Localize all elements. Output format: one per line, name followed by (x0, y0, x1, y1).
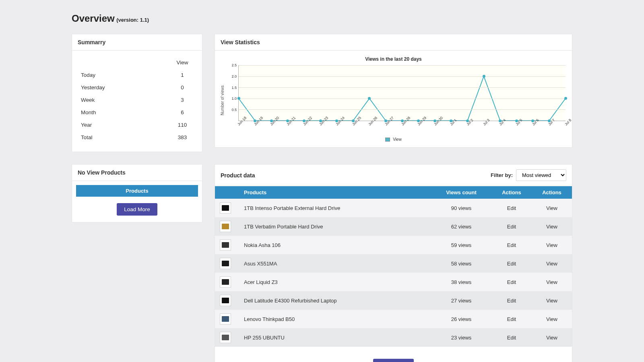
summary-row: Year110 (78, 119, 196, 131)
product-row: 1TB Verbatim Portable Hard Drive62 views… (215, 217, 572, 236)
product-name-link[interactable]: 1TB Verbatim Portable Hard Drive (244, 224, 323, 230)
summary-row-label: Yesterday (78, 81, 168, 94)
chart-ylabel: Number of views (220, 85, 225, 115)
chart-title: Views in the last 20 days (218, 56, 569, 62)
product-data-load-more-button[interactable]: Load More (373, 359, 414, 362)
summary-title: Summarry (72, 34, 202, 51)
product-name-link[interactable]: Dell Latitude E4300 Refurbished Laptop (244, 298, 337, 304)
summary-row: Week3 (78, 94, 196, 106)
product-row: 1TB Intenso Portable External Hard Drive… (215, 199, 572, 217)
summary-row: Month6 (78, 106, 196, 119)
product-data-table: Products Views count Actions Actions 1TB… (215, 186, 572, 347)
product-view-link[interactable]: View (546, 316, 557, 322)
product-view-link[interactable]: View (546, 261, 557, 267)
summary-row-value: 3 (168, 94, 196, 106)
product-name-link[interactable]: Nokia Asha 106 (244, 242, 281, 248)
product-thumb (220, 239, 231, 251)
product-views: 38 views (431, 273, 491, 291)
summary-row: Today1 (78, 69, 196, 81)
page-version: (version: 1.1) (116, 17, 149, 23)
summary-row-label: Month (78, 106, 168, 119)
product-views: 59 views (431, 236, 491, 254)
product-thumb (220, 202, 231, 214)
product-thumb (220, 332, 231, 343)
product-name-link[interactable]: 1TB Intenso Portable External Hard Drive (244, 205, 340, 211)
product-row: Nokia Asha 10659 viewsEditView (215, 236, 572, 254)
legend-label: View (393, 137, 402, 142)
product-views: 58 views (431, 254, 491, 273)
product-views: 26 views (431, 310, 491, 328)
product-edit-link[interactable]: Edit (507, 205, 516, 211)
summary-row-label: Today (78, 69, 168, 81)
product-edit-link[interactable]: Edit (507, 316, 516, 322)
summary-row-label: Week (78, 94, 168, 106)
product-edit-link[interactable]: Edit (507, 335, 516, 341)
product-view-link[interactable]: View (546, 205, 557, 211)
product-edit-link[interactable]: Edit (507, 279, 516, 285)
product-row: Lenovo Thinkpad B5026 viewsEditView (215, 310, 572, 328)
product-views: 90 views (431, 199, 491, 217)
summary-row-value: 1 (168, 69, 196, 81)
product-edit-link[interactable]: Edit (507, 224, 516, 230)
filter-select[interactable]: Most viewed (516, 169, 566, 181)
product-view-link[interactable]: View (546, 298, 557, 304)
product-thumb (220, 276, 231, 288)
product-edit-link[interactable]: Edit (507, 261, 516, 267)
product-data-card: Product data Filter by: Most viewed Prod… (215, 164, 572, 362)
product-name-link[interactable]: Lenovo Thinkpad B50 (244, 316, 295, 322)
product-edit-link[interactable]: Edit (507, 298, 516, 304)
filter-label: Filter by: (491, 172, 513, 178)
summary-row-value: 110 (168, 119, 196, 131)
summary-card: Summarry View Today1Yesterday0Week3Month… (72, 34, 202, 152)
product-name-link[interactable]: HP 255 UBUNTU (244, 335, 285, 341)
view-stats-title: View Statistics (215, 34, 572, 51)
pd-col-actions2: Actions (532, 186, 572, 199)
noview-title: No View Products (72, 165, 202, 181)
product-view-link[interactable]: View (546, 242, 557, 248)
legend-swatch-icon (385, 138, 390, 142)
noview-col-products: Products (76, 185, 198, 197)
summary-row: Total383 (78, 131, 196, 144)
summary-row: Yesterday0 (78, 81, 196, 94)
product-views: 62 views (431, 217, 491, 236)
product-views: 27 views (431, 291, 491, 310)
product-thumb (220, 295, 231, 306)
summary-row-value: 0 (168, 81, 196, 94)
product-views: 23 views (431, 328, 491, 347)
product-row: Dell Latitude E4300 Refurbished Laptop27… (215, 291, 572, 310)
chart-legend: View (218, 137, 569, 142)
page-title: Overview (72, 13, 115, 24)
chart-point (237, 97, 240, 100)
product-row: HP 255 UBUNTU23 viewsEditView (215, 328, 572, 347)
pd-col-products: Products (239, 186, 431, 199)
chart: Number of views 0.51.01.52.02.5 Jun 18Ju… (218, 65, 569, 136)
product-view-link[interactable]: View (546, 224, 557, 230)
summary-row-label: Total (78, 131, 168, 144)
summary-row-value: 6 (168, 106, 196, 119)
noview-card: No View Products Products Load More (72, 164, 202, 222)
product-thumb (220, 258, 231, 269)
pd-col-views: Views count (431, 186, 491, 199)
product-name-link[interactable]: Asus X551MA (244, 261, 277, 267)
product-thumb (220, 313, 231, 325)
summary-row-value: 383 (168, 131, 196, 144)
summary-row-label: Year (78, 119, 168, 131)
summary-table: View Today1Yesterday0Week3Month6Year110T… (78, 56, 196, 144)
pd-col-actions1: Actions (491, 186, 532, 199)
chart-point (483, 75, 485, 78)
noview-load-more-button[interactable]: Load More (117, 203, 157, 216)
chart-point (564, 97, 567, 100)
product-view-link[interactable]: View (546, 335, 557, 341)
product-row: Acer Liquid Z338 viewsEditView (215, 273, 572, 291)
page-header: Overview (version: 1.1) (72, 13, 572, 24)
view-stats-card: View Statistics Views in the last 20 day… (215, 34, 572, 148)
product-row: Asus X551MA58 viewsEditView (215, 254, 572, 273)
product-data-title: Product data (221, 172, 255, 179)
product-thumb (220, 221, 231, 232)
product-name-link[interactable]: Acer Liquid Z3 (244, 279, 278, 285)
summary-col-view: View (168, 56, 196, 69)
product-view-link[interactable]: View (546, 279, 557, 285)
product-edit-link[interactable]: Edit (507, 242, 516, 248)
